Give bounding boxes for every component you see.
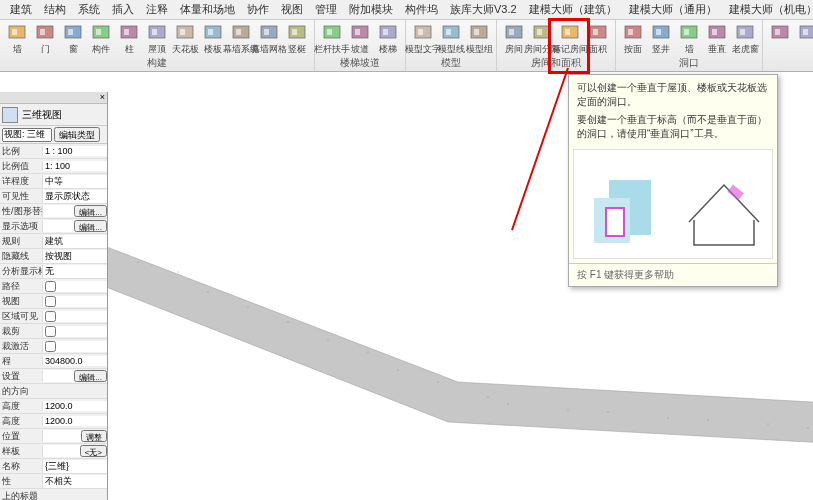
ribbon-column-button[interactable]: 柱 <box>116 22 142 56</box>
view-type-icon <box>2 107 18 123</box>
prop-value[interactable]: 1200.0 <box>42 401 107 411</box>
menu-item[interactable]: 协作 <box>241 2 275 17</box>
prop-value[interactable]: 编辑... <box>42 205 107 217</box>
ribbon-door-button[interactable]: 门 <box>32 22 58 56</box>
prop-value[interactable]: <无> <box>42 445 107 457</box>
ribbon-by-face-button[interactable]: 按面 <box>620 22 646 56</box>
svg-rect-19 <box>264 29 269 35</box>
filter-input[interactable] <box>2 128 52 142</box>
ribbon-label: 垂直 <box>708 43 726 56</box>
menu-item[interactable]: 构件坞 <box>399 2 444 17</box>
ribbon-label: 楼梯 <box>379 43 397 56</box>
svg-point-74 <box>328 340 329 341</box>
prop-value[interactable]: 1200.0 <box>42 416 107 426</box>
ribbon-model-group-button[interactable]: 模型组 <box>466 22 492 56</box>
menu-item[interactable]: 系统 <box>72 2 106 17</box>
prop-label: 裁剪 <box>0 325 42 338</box>
ribbon-group: 栏杆扶手坡道楼梯楼梯坡道 <box>315 20 406 71</box>
menu-item[interactable]: 附加模块 <box>343 2 399 17</box>
ribbon-component-button[interactable]: 构件 <box>88 22 114 56</box>
ribbon-vertical-button[interactable]: 垂直 <box>704 22 730 56</box>
prop-value[interactable] <box>42 296 107 307</box>
ribbon-label: 幕墙网格 <box>251 43 287 56</box>
prop-edit-button[interactable]: 编辑... <box>74 205 107 217</box>
ribbon-ramp-button[interactable]: 坡道 <box>347 22 373 56</box>
ribbon-stair-button[interactable]: 楼梯 <box>375 22 401 56</box>
area-icon <box>587 22 609 42</box>
menu-item[interactable]: 插入 <box>106 2 140 17</box>
prop-value[interactable]: 中等 <box>42 175 107 188</box>
prop-value[interactable]: 编辑... <box>42 370 107 382</box>
prop-value[interactable] <box>42 326 107 337</box>
ribbon-grid-button[interactable] <box>795 22 813 56</box>
ribbon-mullion-button[interactable]: 竖梃 <box>284 22 310 56</box>
prop-value[interactable]: {三维} <box>42 460 107 473</box>
tooltip: 可以创建一个垂直于屋顶、楼板或天花板选定面的洞口。 要创建一个垂直于标高（而不是… <box>568 74 778 287</box>
edit-type-button[interactable]: 编辑类型 <box>54 127 100 142</box>
prop-value[interactable] <box>42 341 107 352</box>
prop-value[interactable] <box>42 281 107 292</box>
prop-checkbox[interactable] <box>45 311 56 322</box>
property-row: 的方向 <box>0 384 107 399</box>
ribbon-dormer-button[interactable]: 老虎窗 <box>732 22 758 56</box>
svg-rect-55 <box>803 29 808 35</box>
ribbon-wall-button[interactable]: 墙 <box>4 22 30 56</box>
prop-value[interactable]: 不相关 <box>42 475 107 488</box>
ribbon-label: 竖井 <box>652 43 670 56</box>
prop-value[interactable]: 304800.0 <box>42 356 107 366</box>
menu-item[interactable]: 结构 <box>38 2 72 17</box>
prop-none-button[interactable]: <无> <box>80 445 107 457</box>
property-row: 区域可见 <box>0 309 107 324</box>
menu-item[interactable]: 建筑 <box>4 2 38 17</box>
ribbon-ceiling-button[interactable]: 天花板 <box>172 22 198 56</box>
prop-value[interactable]: 建筑 <box>42 235 107 248</box>
svg-rect-85 <box>727 185 744 201</box>
prop-value[interactable]: 无 <box>42 265 107 278</box>
svg-rect-53 <box>775 29 780 35</box>
ribbon-label: 栏杆扶手 <box>314 43 350 56</box>
ribbon-shaft-button[interactable]: 竖井 <box>648 22 674 56</box>
svg-rect-37 <box>537 29 542 35</box>
ribbon-window-button[interactable]: 窗 <box>60 22 86 56</box>
menu-item[interactable]: 注释 <box>140 2 174 17</box>
panel-close[interactable]: × <box>0 92 107 104</box>
prop-checkbox[interactable] <box>45 341 56 352</box>
wall-icon <box>6 22 28 42</box>
menu-item[interactable]: 族库大师V3.2 <box>444 2 523 17</box>
prop-value[interactable]: 按视图 <box>42 250 107 263</box>
view-header[interactable]: 三维视图 <box>0 104 107 126</box>
menu-item[interactable]: 视图 <box>275 2 309 17</box>
prop-adjust-button[interactable]: 调整 <box>81 430 107 442</box>
prop-label: 程 <box>0 355 42 368</box>
ribbon-area-button[interactable]: 面积 <box>585 22 611 56</box>
prop-checkbox[interactable] <box>45 326 56 337</box>
menu-item[interactable]: 建模大师（通用） <box>623 2 723 17</box>
prop-value[interactable] <box>42 311 107 322</box>
menu-item[interactable]: 建模大师（机电） <box>723 2 813 17</box>
svg-rect-45 <box>656 29 661 35</box>
menu-item[interactable]: 建模大师（建筑） <box>523 2 623 17</box>
prop-value[interactable]: 显示原状态 <box>42 190 107 203</box>
prop-value[interactable]: 1: 100 <box>42 161 107 171</box>
prop-checkbox[interactable] <box>45 281 56 292</box>
prop-value[interactable]: 1 : 100 <box>42 146 107 156</box>
prop-edit-button[interactable]: 编辑... <box>74 220 107 232</box>
ribbon-model-line-button[interactable]: 模型线 <box>438 22 464 56</box>
ribbon-wall-opening-button[interactable]: 墙 <box>676 22 702 56</box>
ribbon-railing-button[interactable]: 栏杆扶手 <box>319 22 345 56</box>
ribbon-model-text-button[interactable]: 模型文字 <box>410 22 436 56</box>
ribbon-tag-room-button[interactable]: 标记房间 <box>557 22 583 56</box>
property-row: 比例值1: 100 <box>0 159 107 174</box>
ribbon-curtain-grid-button[interactable]: 幕墙网格 <box>256 22 282 56</box>
prop-value[interactable]: 编辑... <box>42 220 107 232</box>
ribbon-roof-button[interactable]: 屋顶 <box>144 22 170 56</box>
svg-point-78 <box>668 418 669 419</box>
prop-edit-button[interactable]: 编辑... <box>74 370 107 382</box>
svg-rect-11 <box>152 29 157 35</box>
svg-point-70 <box>707 419 708 420</box>
prop-checkbox[interactable] <box>45 296 56 307</box>
ribbon-level-button[interactable] <box>767 22 793 56</box>
menu-item[interactable]: 体量和场地 <box>174 2 241 17</box>
menu-item[interactable]: 管理 <box>309 2 343 17</box>
prop-value[interactable]: 调整 <box>42 430 107 442</box>
